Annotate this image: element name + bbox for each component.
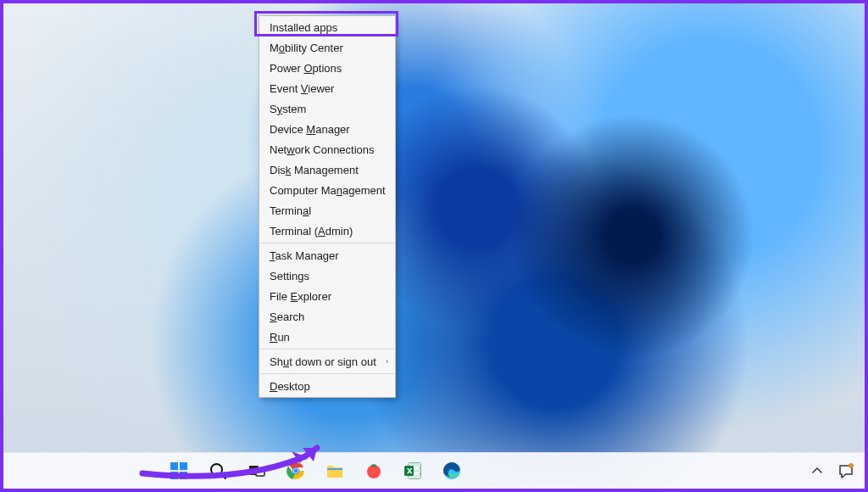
menu-item-installed-apps[interactable]: Installed apps [259, 17, 395, 37]
menu-separator [260, 349, 394, 349]
menu-item-label: Terminal [270, 204, 311, 217]
desktop-wallpaper [3, 3, 865, 489]
taskbar-edge-button[interactable] [437, 456, 467, 486]
notifications-icon [837, 462, 854, 479]
overflow-icon [810, 463, 825, 478]
tray-overflow-button[interactable] [807, 456, 827, 486]
menu-item-label: Computer Management [270, 184, 386, 197]
menu-item-computer-management[interactable]: Computer Management [259, 180, 395, 200]
menu-item-search[interactable]: Search [259, 306, 395, 327]
svg-point-13 [367, 465, 381, 478]
menu-item-power-options[interactable]: Power Options [259, 58, 395, 78]
svg-rect-1 [180, 462, 187, 470]
start-icon [170, 461, 188, 480]
menu-item-file-explorer[interactable]: File Explorer [259, 286, 395, 306]
menu-item-settings[interactable]: Settings [259, 266, 395, 286]
menu-item-label: Event Viewer [270, 82, 334, 95]
menu-item-label: Settings [270, 270, 309, 282]
svg-rect-3 [180, 472, 187, 479]
taskbar-pomotroid-button[interactable] [359, 456, 389, 486]
menu-item-label: Device Manager [270, 123, 350, 136]
menu-item-desktop[interactable]: Desktop [259, 376, 395, 396]
menu-item-event-viewer[interactable]: Event Viewer [259, 78, 395, 98]
start-context-menu: Installed appsMobility CenterPower Optio… [259, 15, 396, 398]
menu-item-network-connections[interactable]: Network Connections [259, 139, 395, 159]
taskbar [3, 452, 865, 489]
menu-item-label: Run [270, 331, 290, 344]
menu-item-label: Mobility Center [270, 42, 343, 54]
taskbar-search-button[interactable] [203, 456, 233, 486]
menu-item-terminal-admin[interactable]: Terminal (Admin) [259, 221, 395, 241]
menu-item-label: Network Connections [270, 143, 375, 156]
menu-item-label: Search [270, 310, 304, 323]
menu-item-mobility-center[interactable]: Mobility Center [259, 37, 395, 58]
menu-item-run[interactable]: Run [259, 327, 395, 347]
edge-icon [442, 461, 461, 480]
taskbar-file-explorer-button[interactable] [320, 456, 350, 486]
taskbar-chrome-button[interactable] [281, 456, 311, 486]
file-explorer-icon [326, 461, 344, 480]
svg-rect-2 [170, 472, 178, 479]
menu-item-label: Disk Management [270, 164, 359, 176]
svg-line-5 [221, 474, 226, 479]
menu-item-terminal[interactable]: Terminal [259, 200, 395, 221]
svg-rect-12 [327, 468, 342, 470]
menu-item-shut-down[interactable]: Shut down or sign out› [259, 351, 395, 372]
svg-point-20 [849, 463, 854, 468]
menu-item-label: Desktop [270, 380, 310, 393]
taskbar-task-view-button[interactable] [242, 456, 272, 486]
menu-item-label: Installed apps [270, 21, 337, 34]
menu-item-label: System [270, 103, 306, 115]
svg-point-11 [294, 469, 298, 473]
menu-separator [260, 243, 394, 243]
task-view-icon [248, 461, 266, 480]
menu-item-disk-management[interactable]: Disk Management [259, 159, 395, 180]
menu-item-label: File Explorer [270, 290, 331, 303]
menu-item-device-manager[interactable]: Device Manager [259, 119, 395, 139]
svg-rect-7 [256, 468, 264, 476]
menu-item-task-manager[interactable]: Task Manager [259, 245, 395, 266]
chevron-right-icon: › [386, 357, 388, 366]
search-icon [209, 461, 227, 480]
menu-item-system[interactable]: System [259, 98, 395, 119]
menu-item-label: Terminal (Admin) [270, 225, 353, 238]
pomotroid-icon [364, 461, 383, 480]
menu-separator [260, 373, 394, 374]
menu-item-label: Task Manager [270, 249, 339, 262]
svg-rect-0 [170, 462, 178, 470]
chrome-icon [287, 461, 305, 480]
taskbar-start-button[interactable] [164, 456, 194, 486]
excel-icon [403, 461, 422, 480]
tray-notifications-button[interactable] [836, 456, 856, 486]
menu-item-label: Power Options [270, 62, 342, 75]
taskbar-excel-button[interactable] [398, 456, 428, 486]
menu-item-label: Shut down or sign out [270, 355, 376, 368]
